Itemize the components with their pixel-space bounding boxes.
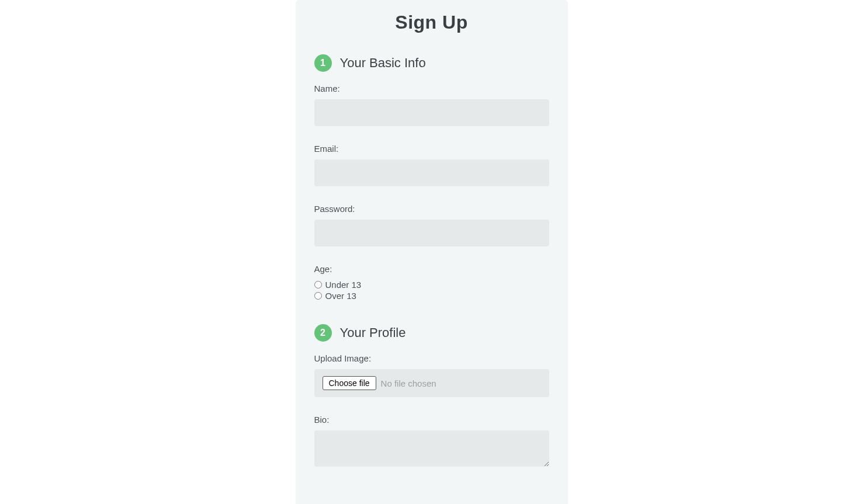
password-label: Password: [314, 204, 549, 214]
age-under-label: Under 13 [325, 280, 362, 290]
name-input[interactable] [314, 99, 549, 126]
age-under-row: Under 13 [314, 280, 549, 290]
page-title: Sign Up [314, 12, 549, 33]
file-status-text: No file chosen [381, 378, 436, 388]
section-basic-title: Your Basic Info [340, 55, 426, 71]
file-input-wrapper[interactable]: Choose file No file chosen [314, 369, 549, 397]
section-number-icon: 2 [314, 324, 332, 342]
age-field-group: Age: Under 13 Over 13 [314, 264, 549, 301]
age-over-row: Over 13 [314, 291, 549, 301]
signup-form: Sign Up 1 Your Basic Info Name: Email: P… [296, 0, 568, 504]
section-basic-header: 1 Your Basic Info [314, 54, 549, 72]
upload-label: Upload Image: [314, 353, 549, 363]
section-profile-title: Your Profile [340, 325, 406, 340]
email-field-group: Email: [314, 144, 549, 186]
age-over-label: Over 13 [325, 291, 356, 301]
age-under-radio[interactable] [314, 281, 322, 289]
password-field-group: Password: [314, 204, 549, 246]
name-field-group: Name: [314, 84, 549, 126]
upload-field-group: Upload Image: Choose file No file chosen [314, 353, 549, 397]
bio-field-group: Bio: [314, 415, 549, 469]
age-over-radio[interactable] [314, 292, 322, 300]
bio-textarea[interactable] [314, 430, 549, 467]
name-label: Name: [314, 84, 549, 93]
section-number-icon: 1 [314, 54, 332, 72]
choose-file-button[interactable]: Choose file [323, 376, 376, 390]
age-label: Age: [314, 264, 549, 274]
email-label: Email: [314, 144, 549, 154]
email-input[interactable] [314, 159, 549, 186]
bio-label: Bio: [314, 415, 549, 425]
section-profile-header: 2 Your Profile [314, 324, 549, 342]
password-input[interactable] [314, 220, 549, 246]
